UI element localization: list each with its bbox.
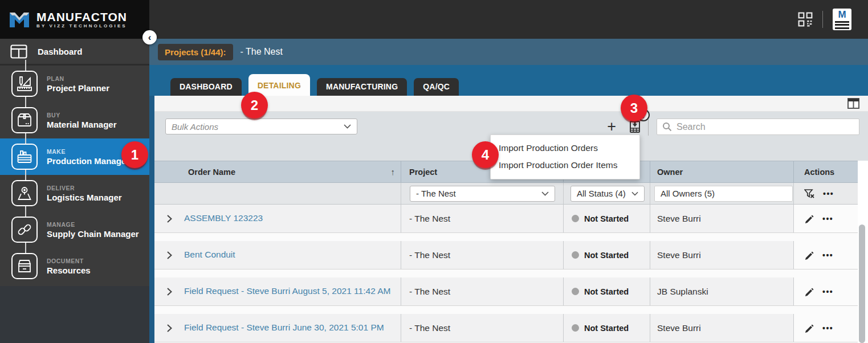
logistics-manager-icon xyxy=(11,180,38,206)
menu-item-import-production-orders[interactable]: Import Production Orders xyxy=(491,140,639,157)
actions-cell: ••• xyxy=(793,205,858,232)
status-label: Not Started xyxy=(584,251,629,260)
row-menu-icon[interactable]: ••• xyxy=(822,214,833,223)
qr-scan-icon[interactable] xyxy=(798,12,813,27)
status-cell: Not Started xyxy=(563,277,650,305)
project-cell: - The Nest xyxy=(401,314,563,342)
filter-status: All Status (4) xyxy=(563,183,650,204)
edit-icon[interactable] xyxy=(804,323,814,333)
row-menu-icon[interactable]: ••• xyxy=(822,324,833,333)
bulk-actions-placeholder: Bulk Actions xyxy=(172,122,218,132)
search-box[interactable] xyxy=(657,119,859,135)
filter-actions: ••• xyxy=(793,183,858,204)
sidebar-item-material-manager[interactable]: BUY Material Manager xyxy=(0,102,149,138)
chevron-down-icon xyxy=(631,191,638,196)
actions-cell: ••• xyxy=(793,314,858,342)
material-manager-icon xyxy=(11,107,38,133)
sidebar-item-project-planner[interactable]: PLAN Project Planner xyxy=(0,66,149,102)
row-menu-icon[interactable]: ••• xyxy=(822,287,833,296)
filter-project: - The Nest xyxy=(401,183,563,204)
filter-menu-icon[interactable]: ••• xyxy=(823,189,834,198)
app-window: MANUFACTON BY VIZZ TECHNOLOGIES Dashboar… xyxy=(0,0,868,343)
import-dropdown-menu: Import Production Orders Import Producti… xyxy=(490,134,640,179)
project-planner-icon xyxy=(11,71,38,97)
edit-icon[interactable] xyxy=(804,214,814,224)
order-name-link[interactable]: Field Request - Steve Burri June 30, 202… xyxy=(184,322,390,334)
content-body: Bulk Actions + xyxy=(154,96,868,343)
connector-line xyxy=(25,133,26,144)
tab-manufacturing[interactable]: MANUFACTURING xyxy=(317,78,407,96)
project-breadcrumb-bar: Projects (1/44): - The Nest xyxy=(149,39,868,65)
project-cell: - The Nest xyxy=(401,205,563,232)
owner-cell: JB Suplanski xyxy=(650,277,793,305)
table-row: Bent Conduit - The Nest Not Started Stev… xyxy=(154,241,858,277)
sidebar-item-caption: DOCUMENT xyxy=(47,258,91,264)
chevron-down-icon xyxy=(344,124,351,129)
collapse-sidebar-button[interactable]: ‹ xyxy=(142,30,157,44)
supply-chain-icon xyxy=(11,217,38,243)
clear-filters-icon[interactable] xyxy=(804,189,814,198)
search-input[interactable] xyxy=(677,122,854,132)
column-settings-icon[interactable] xyxy=(847,98,859,109)
search-icon xyxy=(662,122,672,132)
manufacton-logo-icon xyxy=(8,10,31,29)
menu-item-import-production-order-items[interactable]: Import Production Order Items xyxy=(491,157,639,174)
owner-cell: Steve Burri xyxy=(650,241,793,269)
toolbar-divider xyxy=(648,117,649,136)
column-header-actions: Actions xyxy=(793,161,858,182)
content-left-accent xyxy=(149,96,154,343)
project-filter-select[interactable]: - The Nest xyxy=(410,186,555,202)
edit-icon[interactable] xyxy=(804,250,814,260)
chevron-down-icon xyxy=(541,191,549,196)
connector-line xyxy=(25,169,26,181)
projects-count-chip[interactable]: Projects (1/44): xyxy=(158,44,233,60)
expand-row-icon[interactable] xyxy=(154,288,184,296)
production-manager-icon xyxy=(11,144,38,170)
bulk-actions-select[interactable]: Bulk Actions xyxy=(165,119,357,134)
add-order-button[interactable]: + xyxy=(607,119,616,134)
status-filter-select[interactable]: All Status (4) xyxy=(570,186,645,202)
status-cell: Not Started xyxy=(563,205,650,232)
order-name-link[interactable]: Bent Conduit xyxy=(184,249,241,261)
order-name-link[interactable]: Field Request - Steve Burri August 5, 20… xyxy=(184,285,396,297)
column-header-label: Order Name xyxy=(188,168,235,177)
expand-row-icon[interactable] xyxy=(154,215,184,223)
row-menu-icon[interactable]: ••• xyxy=(822,251,833,260)
resources-icon xyxy=(11,253,38,279)
sort-ascending-icon[interactable]: ↑ xyxy=(391,167,396,177)
sidebar-item-logistics-manager[interactable]: DELIVER Logistics Manager xyxy=(0,175,149,211)
vertical-scrollbar[interactable] xyxy=(859,224,865,343)
top-header-bar: M xyxy=(149,0,868,39)
callout-badge-2: 2 xyxy=(241,92,268,119)
brand-name: MANUFACTON xyxy=(36,11,127,23)
filter-order-name xyxy=(154,183,401,204)
status-label: Not Started xyxy=(584,214,629,223)
order-name-link[interactable]: ASSEMBLY 123223 xyxy=(184,213,268,224)
sidebar-item-dashboard[interactable]: Dashboard xyxy=(0,39,149,66)
dashboard-icon xyxy=(10,44,27,59)
sidebar-item-label: Supply Chain Manager xyxy=(47,229,139,239)
tab-qaqc[interactable]: QA/QC xyxy=(414,78,459,96)
status-label: Not Started xyxy=(584,324,629,333)
sidebar-item-caption: BUY xyxy=(47,112,117,119)
column-header-owner[interactable]: Owner xyxy=(650,161,793,182)
sidebar-footer xyxy=(0,286,149,343)
user-profile-icon[interactable]: M xyxy=(833,9,851,30)
edit-icon[interactable] xyxy=(804,287,814,297)
project-cell: - The Nest xyxy=(401,277,563,305)
owner-filter-input[interactable]: All Owners (5) xyxy=(654,186,793,202)
expand-row-icon[interactable] xyxy=(154,251,184,259)
sidebar-item-supply-chain-manager[interactable]: MANAGE Supply Chain Manager xyxy=(0,211,149,248)
tab-dashboard[interactable]: DASHBOARD xyxy=(170,78,242,96)
expand-row-icon[interactable] xyxy=(154,324,184,332)
sidebar: MANUFACTON BY VIZZ TECHNOLOGIES Dashboar… xyxy=(0,0,149,343)
owner-cell: Steve Burri xyxy=(650,205,793,232)
import-orders-icon[interactable] xyxy=(629,120,641,133)
sidebar-item-label: Dashboard xyxy=(38,47,82,56)
connector-line xyxy=(25,96,26,108)
table-body: ASSEMBLY 123223 - The Nest Not Started S… xyxy=(154,205,858,342)
sidebar-item-resources[interactable]: DOCUMENT Resources xyxy=(0,248,149,284)
column-header-order-name[interactable]: Order Name ↑ xyxy=(154,161,401,182)
sidebar-item-label: Logistics Manager xyxy=(47,193,122,202)
table-row: Field Request - Steve Burri August 5, 20… xyxy=(154,277,858,314)
